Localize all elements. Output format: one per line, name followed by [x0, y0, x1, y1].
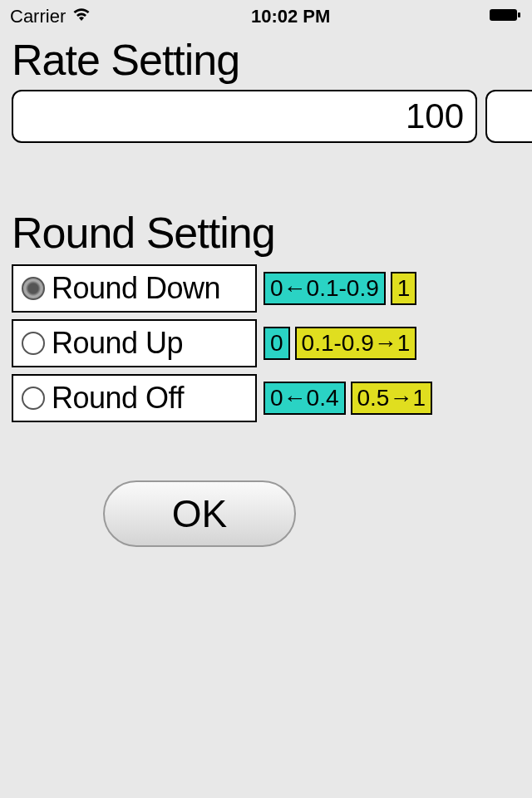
- radio-icon: [22, 332, 45, 355]
- status-time: 10:02 PM: [92, 6, 489, 27]
- chips-round-off: 0←0.4 0.5→1: [264, 382, 432, 415]
- chips-round-down: 0←0.1-0.9 1: [264, 272, 416, 305]
- battery-icon: [489, 6, 522, 27]
- radio-round-up[interactable]: Round Up: [12, 319, 257, 367]
- radio-round-down[interactable]: Round Down: [12, 264, 257, 313]
- ok-button[interactable]: OK: [103, 480, 296, 547]
- rate-inputs: [12, 90, 520, 143]
- radio-label: Round Up: [52, 326, 183, 361]
- radio-label: Round Off: [52, 381, 184, 416]
- chip: 0←0.4: [264, 382, 346, 415]
- rate-input-2[interactable]: [485, 90, 532, 143]
- carrier-label: Carrier: [10, 6, 66, 27]
- radio-icon: [22, 387, 45, 410]
- round-option-down: Round Down 0←0.1-0.9 1: [12, 264, 520, 313]
- chip: 0: [264, 327, 290, 360]
- round-option-off: Round Off 0←0.4 0.5→1: [12, 374, 520, 422]
- chip: 0.5→1: [351, 382, 433, 415]
- round-option-up: Round Up 0 0.1-0.9→1: [12, 319, 520, 367]
- chip: 0←0.1-0.9: [264, 272, 386, 305]
- rate-input-1[interactable]: [12, 90, 477, 143]
- chips-round-up: 0 0.1-0.9→1: [264, 327, 416, 360]
- status-right: [489, 6, 522, 27]
- wifi-icon: [71, 6, 92, 27]
- chip: 0.1-0.9→1: [295, 327, 417, 360]
- svg-rect-0: [490, 9, 517, 21]
- radio-label: Round Down: [52, 271, 220, 306]
- chip: 1: [391, 272, 417, 305]
- status-bar: Carrier 10:02 PM: [0, 0, 532, 33]
- svg-rect-1: [518, 12, 520, 17]
- radio-round-off[interactable]: Round Off: [12, 374, 257, 422]
- status-left: Carrier: [10, 6, 92, 27]
- radio-icon: [22, 277, 45, 300]
- round-setting-title: Round Setting: [12, 208, 520, 258]
- rate-setting-title: Rate Setting: [12, 35, 520, 85]
